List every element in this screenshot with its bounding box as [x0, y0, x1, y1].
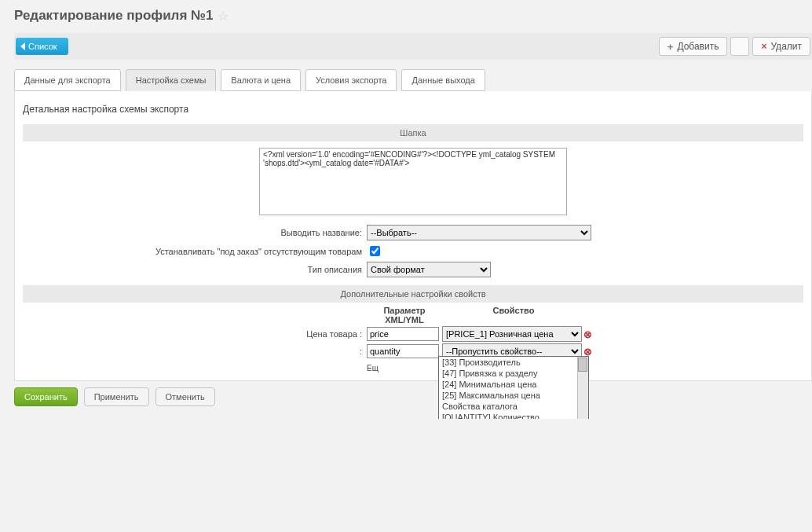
desc-type-select[interactable]: Свой формат	[367, 262, 491, 277]
dropdown-option[interactable]: [25] Максимальная цена	[439, 390, 588, 401]
prop-row: : --Пропустить свойство-- ⊗	[23, 343, 803, 359]
prop-select-price[interactable]: [PRICE_1] Розничная цена	[442, 326, 582, 342]
quantity-row-label: :	[23, 347, 367, 356]
tab-export-conditions[interactable]: Условия экспорта	[305, 69, 397, 91]
scrollbar-thumb[interactable]	[578, 358, 587, 372]
prop-row: Цена товара : [PRICE_1] Розничная цена ⊗	[23, 326, 803, 342]
back-arrow-icon	[20, 42, 25, 50]
close-icon: ×	[761, 41, 766, 52]
favorite-star-icon[interactable]: ☆	[218, 9, 229, 24]
col-param: Параметр XML/YML	[367, 306, 442, 325]
cols-header: Параметр XML/YML Свойство	[23, 306, 803, 325]
tab-output-data[interactable]: Данные выхода	[401, 69, 485, 91]
tab-currency-price[interactable]: Валюта и цена	[221, 69, 301, 91]
tab-scheme-settings[interactable]: Настройка схемы	[126, 69, 217, 91]
add-button-label: Добавить	[677, 41, 719, 52]
price-row-label: Цена товара :	[23, 329, 367, 339]
delete-button[interactable]: × Удалит	[752, 37, 810, 56]
section-header-bar: Шапка	[23, 124, 803, 141]
list-button[interactable]: Список	[16, 38, 68, 55]
dropdown-scrollbar[interactable]	[577, 357, 588, 419]
dropdown-option[interactable]: [QUANTITY] Количество	[439, 412, 588, 419]
cancel-button[interactable]: Отменить	[155, 387, 215, 406]
delete-button-label: Удалит	[770, 41, 802, 52]
dropdown-option[interactable]: Свойства каталога	[439, 401, 588, 412]
plus-icon: +	[668, 41, 674, 53]
set-order-checkbox[interactable]	[370, 246, 380, 256]
section-props-bar: Дополнительные настройки свойств	[23, 285, 803, 303]
xml-header-textarea[interactable]	[259, 148, 567, 215]
output-name-select[interactable]: --Выбрать--	[367, 225, 591, 240]
set-order-label: Устанавливать "под заказ" отсутствующим …	[23, 247, 367, 256]
remove-row-icon[interactable]: ⊗	[583, 328, 592, 340]
desc-type-label: Тип описания	[23, 265, 367, 274]
dropdown-option[interactable]: [47] Привязка к разделу	[439, 368, 588, 379]
save-button[interactable]: Сохранить	[14, 387, 78, 406]
settings-panel: Детальная настройка схемы экспорта Шапка…	[14, 91, 812, 381]
page-title: Редактирование профиля №1	[14, 8, 213, 24]
property-dropdown-list[interactable]: [33] Производитель [47] Привязка к разде…	[438, 356, 589, 419]
add-button[interactable]: + Добавить	[659, 37, 728, 56]
col-prop: Свойство	[442, 306, 585, 325]
tab-export-data[interactable]: Данные для экспорта	[14, 69, 121, 91]
dropdown-option[interactable]: [33] Производитель	[439, 357, 588, 368]
output-name-label: Выводить название:	[23, 228, 367, 237]
apply-button[interactable]: Применить	[84, 387, 149, 406]
tabs: Данные для экспорта Настройка схемы Валю…	[14, 69, 812, 91]
list-button-label: Список	[28, 38, 57, 55]
dropdown-toggle-button[interactable]	[730, 37, 749, 56]
toolbar: Список + Добавить × Удалит	[14, 33, 812, 60]
panel-title: Детальная настройка схемы экспорта	[23, 104, 803, 115]
param-input-quantity[interactable]	[367, 344, 439, 358]
dropdown-option[interactable]: [24] Минимальная цена	[439, 379, 588, 390]
param-input-price[interactable]	[367, 327, 439, 341]
